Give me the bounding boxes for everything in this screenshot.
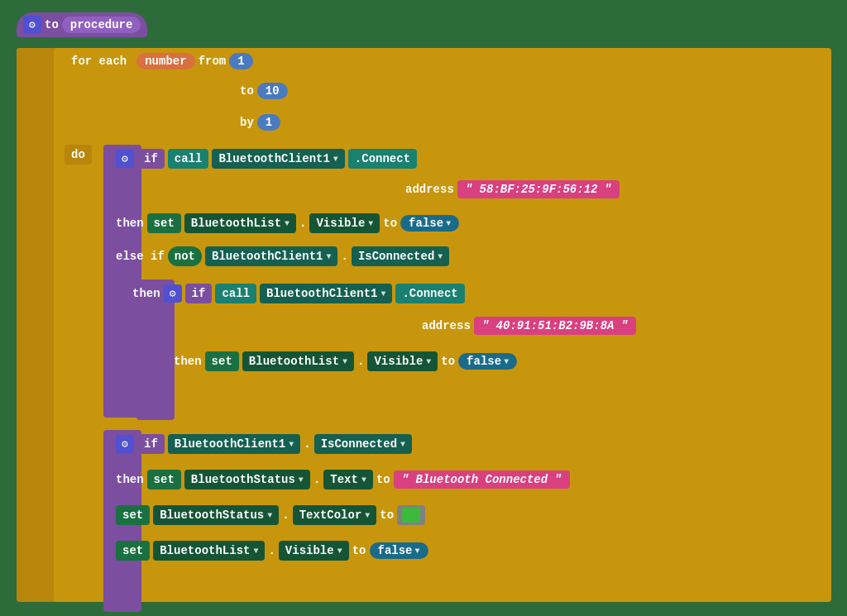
inner-do-text: do xyxy=(65,145,92,165)
dropdown-text-prop[interactable]: ▼ xyxy=(361,475,366,485)
dropdown-nested-visible[interactable]: ▼ xyxy=(426,357,431,366)
textcolor-text: TextColor xyxy=(299,509,362,522)
address-label-2: address xyxy=(422,319,471,332)
if-row-2: ⚙ if BluetoothClient1 ▼ . IsConnected ▼ xyxy=(116,434,412,454)
nested-false-val[interactable]: false ▼ xyxy=(458,353,517,370)
dot-5: . xyxy=(282,509,289,522)
bt-status-2[interactable]: BluetoothStatus ▼ xyxy=(153,505,279,525)
dropdown-false-3[interactable]: ▼ xyxy=(415,547,420,556)
set-label-5: set xyxy=(122,544,143,557)
procedure-hat[interactable]: ⚙ to procedure xyxy=(17,12,147,37)
to-kw-4: to xyxy=(380,509,394,522)
bt-connected-val[interactable]: " Bluetooth Connected " xyxy=(394,470,570,489)
dropdown-nested-btlist[interactable]: ▼ xyxy=(342,357,347,366)
to-row: to 10 xyxy=(240,83,288,99)
for-each-row: for each number from 1 xyxy=(65,51,253,71)
set-label-4: set xyxy=(122,509,143,522)
bt-client-3[interactable]: BluetoothClient1 ▼ xyxy=(168,434,300,454)
not-text: not xyxy=(175,250,195,263)
set-block-1: set xyxy=(147,213,181,233)
set-label-3: set xyxy=(154,473,175,486)
dropdown-btstatus-2[interactable]: ▼ xyxy=(267,511,272,520)
by-row: by 1 xyxy=(240,114,280,131)
address-row-1: address " 58:BF:25:9F:56:12 " xyxy=(405,180,620,198)
to-val[interactable]: 10 xyxy=(257,83,288,99)
address-label-1: address xyxy=(405,183,454,196)
nested-connect-method: .Connect xyxy=(395,284,464,303)
to-label: to xyxy=(45,18,59,31)
procedure-name[interactable]: procedure xyxy=(62,17,141,33)
dropdown-bt3[interactable]: ▼ xyxy=(289,440,294,449)
dot-1: . xyxy=(299,217,306,230)
gear-icon-3: ⚙ xyxy=(116,435,134,453)
number-var[interactable]: number xyxy=(136,53,194,69)
then-label-1: then xyxy=(116,217,144,230)
bt-client1-2-text: BluetoothClient1 xyxy=(212,250,323,263)
is-connected-1[interactable]: IsConnected ▼ xyxy=(352,246,449,266)
text-prop[interactable]: Text ▼ xyxy=(323,470,373,489)
gear-icon-1: ⚙ xyxy=(116,150,134,168)
dropdown-btstatus-1[interactable]: ▼ xyxy=(299,475,304,485)
textcolor-prop[interactable]: TextColor ▼ xyxy=(293,505,377,525)
to-label: to xyxy=(240,84,254,98)
nested-dot: . xyxy=(357,355,364,368)
address-val-2[interactable]: " 40:91:51:B2:9B:8A " xyxy=(474,317,636,335)
bt-client1-1[interactable]: BluetoothClient1 ▼ xyxy=(212,149,344,169)
bt-list-3[interactable]: BluetoothList ▼ xyxy=(153,541,265,561)
connect-method-1: .Connect xyxy=(348,149,417,169)
visible-prop-3[interactable]: Visible ▼ xyxy=(279,541,349,561)
dropdown-nested-bt[interactable]: ▼ xyxy=(380,289,385,298)
false-val-1[interactable]: false ▼ xyxy=(400,215,459,232)
if-label-2: if xyxy=(137,434,165,454)
address-row-2: address " 40:91:51:B2:9B:8A " xyxy=(422,317,636,335)
nested-bt-text: BluetoothClient1 xyxy=(266,287,377,300)
if-label-1: if xyxy=(137,149,165,169)
bt-status-1-text: BluetoothStatus xyxy=(191,473,295,486)
dropdown-1[interactable]: ▼ xyxy=(333,155,338,164)
nested-then-label-2: then xyxy=(174,355,202,368)
dot-3: . xyxy=(304,437,310,451)
visible-text-3: Visible xyxy=(285,544,334,557)
nested-false-text: false xyxy=(467,355,501,368)
bt-status-1[interactable]: BluetoothStatus ▼ xyxy=(184,470,310,489)
set-block-4: set xyxy=(116,505,150,525)
nested-bt-client[interactable]: BluetoothClient1 ▼ xyxy=(260,284,392,303)
else-if-label: else if xyxy=(116,250,165,263)
color-picker[interactable] xyxy=(397,505,425,525)
address-val-1[interactable]: " 58:BF:25:9F:56:12 " xyxy=(457,180,620,198)
then-set-text-row: then set BluetoothStatus ▼ . Text ▼ to "… xyxy=(116,470,570,489)
dropdown-nested-false[interactable]: ▼ xyxy=(504,357,509,366)
dropdown-visible-3[interactable]: ▼ xyxy=(337,547,342,556)
then-set-row-1: then set BluetoothList ▼ . Visible ▼ to … xyxy=(116,213,459,233)
visible-prop-1[interactable]: Visible ▼ xyxy=(309,213,380,233)
dot-6: . xyxy=(268,544,275,557)
set-visible-row-3: set BluetoothList ▼ . Visible ▼ to false… xyxy=(116,541,428,561)
inner-do-label: do xyxy=(65,145,92,165)
from-label: from xyxy=(199,55,227,68)
dropdown-btlist-3[interactable]: ▼ xyxy=(253,547,258,556)
gear-icon-2: ⚙ xyxy=(164,284,182,303)
call-label-1: call xyxy=(168,149,209,169)
bt-list-1[interactable]: BluetoothList ▼ xyxy=(184,213,296,233)
is-connected-text-2: IsConnected xyxy=(321,437,397,451)
nested-to-kw: to xyxy=(441,355,455,368)
set-block-3: set xyxy=(147,470,181,489)
dropdown-bt2[interactable]: ▼ xyxy=(326,252,331,261)
nested-visible-prop[interactable]: Visible ▼ xyxy=(367,351,438,371)
is-connected-2[interactable]: IsConnected ▼ xyxy=(314,434,412,454)
dropdown-false-1[interactable]: ▼ xyxy=(446,219,451,228)
dropdown-isconn-1[interactable]: ▼ xyxy=(438,252,443,261)
dropdown-isconn-2[interactable]: ▼ xyxy=(400,440,405,449)
by-val[interactable]: 1 xyxy=(257,114,280,131)
nested-visible-text: Visible xyxy=(374,355,423,368)
if-call-row: ⚙ if call BluetoothClient1 ▼ .Connect xyxy=(116,149,417,169)
dropdown-textcolor[interactable]: ▼ xyxy=(365,511,370,520)
from-val[interactable]: 1 xyxy=(229,53,252,69)
dropdown-btlist-1[interactable]: ▼ xyxy=(285,219,290,228)
nested-bt-list[interactable]: BluetoothList ▼ xyxy=(242,351,354,371)
bt-client1-1-text: BluetoothClient1 xyxy=(218,152,329,165)
false-val-3[interactable]: false ▼ xyxy=(370,542,428,559)
dropdown-visible-1[interactable]: ▼ xyxy=(368,219,373,228)
nested-if-label: if xyxy=(185,284,213,303)
bt-client1-2[interactable]: BluetoothClient1 ▼ xyxy=(205,246,337,266)
